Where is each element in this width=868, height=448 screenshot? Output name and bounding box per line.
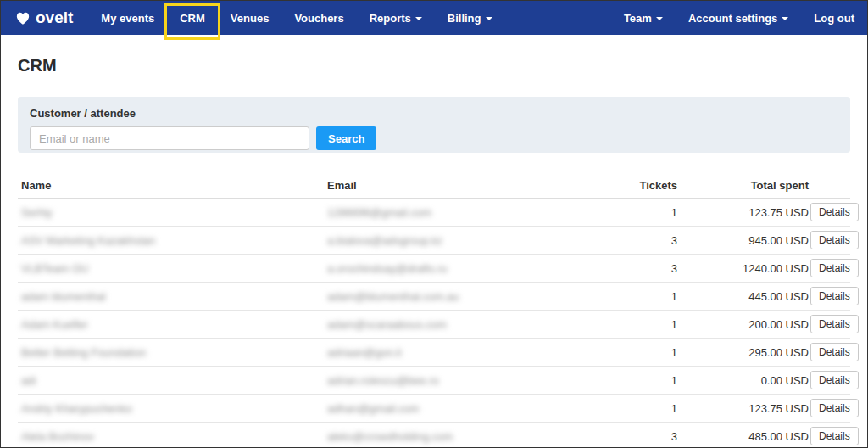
search-input[interactable] (30, 126, 309, 150)
nav-label: Team (624, 12, 652, 25)
nav-label: Account settings (688, 12, 777, 25)
page-title: CRM (18, 56, 850, 76)
details-button[interactable]: Details (810, 399, 859, 417)
nav-item-logout[interactable]: Log out (801, 1, 867, 35)
column-header-total: Total spent (679, 179, 810, 192)
tickets-count: 1 (607, 402, 679, 415)
total-spent: 1240.00 USD (679, 262, 810, 275)
total-spent: 0.00 USD (679, 374, 810, 387)
chevron-down-icon (656, 17, 663, 20)
column-header-email: Email (327, 179, 607, 192)
nav-item-venues[interactable]: Venues (218, 1, 282, 35)
total-spent: 295.00 USD (679, 346, 810, 359)
details-button[interactable]: Details (810, 343, 859, 361)
nav-item-crm[interactable]: CRM (167, 1, 218, 35)
details-button[interactable]: Details (810, 203, 859, 221)
table-row: Adam Kuefler adam@scaraabous.com 1 200.0… (18, 311, 850, 339)
nav-label: Log out (814, 12, 854, 25)
total-spent: 123.75 USD (679, 402, 810, 415)
total-spent: 945.00 USD (679, 234, 810, 247)
heart-icon (14, 9, 31, 26)
customer-name[interactable]: Alela Bozhinov (21, 430, 301, 443)
customer-email: a.bialova@adsgroup.kz (327, 234, 607, 247)
customer-email: adrian.rolescu@bee.ro (327, 374, 607, 387)
nav-item-team[interactable]: Team (611, 1, 676, 35)
table-row: Better Betting Foundation adriaan@gon.li… (18, 339, 850, 367)
nav-label: Venues (231, 12, 270, 25)
chevron-down-icon (486, 17, 492, 20)
nav-label: My events (101, 12, 154, 25)
customer-search-panel: Customer / attendee Search (18, 97, 850, 153)
total-spent: 200.00 USD (679, 318, 810, 331)
table-row: Serhiy 1286696@gmail.com 1 123.75 USD De… (18, 199, 850, 227)
brand-name: oveit (36, 8, 73, 27)
search-row: Search (30, 126, 838, 150)
customer-email: a.orochindsay@drafts.ru (327, 262, 607, 275)
nav-item-account-settings[interactable]: Account settings (676, 1, 801, 35)
nav-item-my-events[interactable]: My events (88, 1, 167, 35)
customer-email: adriaan@gon.li (327, 346, 607, 359)
table-header-row: Name Email Tickets Total spent (18, 173, 850, 199)
column-header-name: Name (21, 179, 327, 192)
details-button[interactable]: Details (810, 231, 859, 249)
column-header-tickets: Tickets (607, 179, 679, 192)
tickets-count: 1 (607, 206, 679, 219)
nav-label: Reports (370, 12, 411, 25)
top-navbar: oveit My events CRM Venues Vouchers Repo… (1, 1, 867, 35)
tickets-count: 1 (607, 290, 679, 303)
customer-email: aleks@crowdholding.com (327, 430, 607, 443)
nav-left: My events CRM Venues Vouchers Reports Bi… (88, 1, 504, 35)
crm-table-body: Serhiy 1286696@gmail.com 1 123.75 USD De… (18, 199, 850, 448)
nav-item-reports[interactable]: Reports (357, 1, 435, 35)
customer-name[interactable]: adam blumenthal (21, 290, 301, 303)
table-row: ASV Marketing Kazakhstan a.bialova@adsgr… (18, 227, 850, 255)
tickets-count: 1 (607, 374, 679, 387)
customer-email: adam@scaraabous.com (327, 318, 607, 331)
brand-logo[interactable]: oveit (1, 1, 88, 35)
customer-name[interactable]: Serhiy (21, 206, 301, 219)
customer-name[interactable]: VLBTeam OU (21, 262, 301, 275)
search-button[interactable]: Search (316, 126, 376, 150)
total-spent: 485.00 USD (679, 430, 810, 443)
chevron-down-icon (415, 17, 422, 20)
customer-name[interactable]: adi (21, 374, 301, 387)
total-spent: 445.00 USD (679, 290, 810, 303)
nav-label: CRM (180, 12, 205, 25)
nav-item-vouchers[interactable]: Vouchers (281, 1, 356, 35)
details-button[interactable]: Details (810, 315, 859, 333)
customer-name[interactable]: Adam Kuefler (21, 318, 301, 331)
nav-label: Billing (448, 12, 481, 25)
details-button[interactable]: Details (810, 371, 859, 389)
tickets-count: 3 (607, 234, 679, 247)
table-row: Andriy Kharypuchenko adhan@gmail.com 1 1… (18, 395, 850, 423)
chevron-down-icon (782, 17, 788, 20)
customer-name[interactable]: Andriy Kharypuchenko (21, 402, 301, 415)
details-button[interactable]: Details (810, 427, 859, 445)
total-spent: 123.75 USD (679, 206, 810, 219)
customer-name[interactable]: Better Betting Foundation (21, 346, 301, 359)
page-content: CRM Customer / attendee Search Name Emai… (1, 56, 867, 448)
customer-email: adam@blumenthal.com.au (327, 290, 607, 303)
tickets-count: 3 (607, 262, 679, 275)
details-button[interactable]: Details (810, 287, 859, 305)
customer-email: 1286696@gmail.com (327, 206, 607, 219)
tickets-count: 1 (607, 346, 679, 359)
table-row: VLBTeam OU a.orochindsay@drafts.ru 3 124… (18, 255, 850, 283)
nav-item-billing[interactable]: Billing (435, 1, 505, 35)
table-row: adi adrian.rolescu@bee.ro 1 0.00 USD Det… (18, 367, 850, 395)
tickets-count: 3 (607, 430, 679, 443)
table-row: Alela Bozhinov aleks@crowdholding.com 3 … (18, 423, 850, 448)
customer-name[interactable]: ASV Marketing Kazakhstan (21, 234, 301, 247)
crm-table: Name Email Tickets Total spent Serhiy 12… (18, 173, 850, 448)
details-button[interactable]: Details (810, 259, 859, 277)
tickets-count: 1 (607, 318, 679, 331)
nav-right: Team Account settings Log out (611, 1, 867, 35)
table-row: adam blumenthal adam@blumenthal.com.au 1… (18, 283, 850, 311)
customer-email: adhan@gmail.com (327, 402, 607, 415)
search-label: Customer / attendee (30, 107, 838, 120)
nav-label: Vouchers (294, 12, 343, 25)
